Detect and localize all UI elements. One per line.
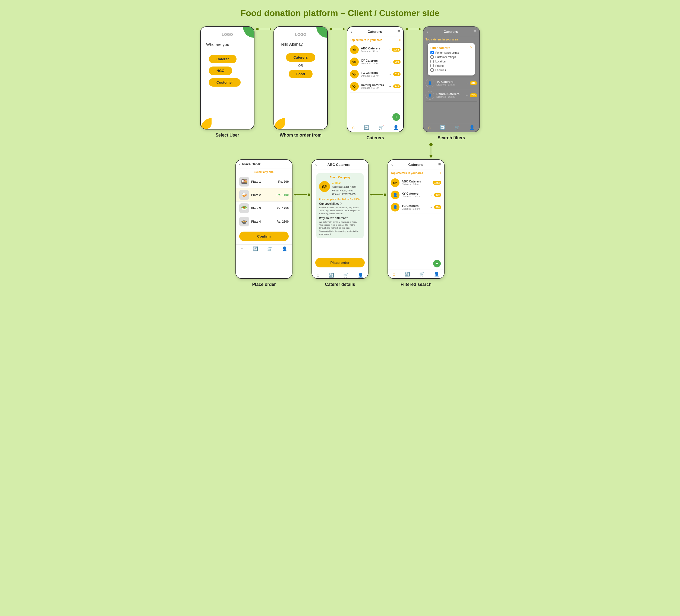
caterer-button[interactable]: Caterer <box>209 55 236 63</box>
plates-list: 🍱 Plate 1 Rs. 700 🍛 Plate 2 Rs. 1100 🥗 P… <box>236 175 292 228</box>
cart-nav-o[interactable]: 🛒 <box>267 246 273 252</box>
home-nav[interactable]: ⌂ <box>352 125 355 130</box>
caterer-item[interactable]: 🍽 TC Caterers Distance : 13 km → 810 <box>350 68 401 80</box>
orders-nav-f[interactable]: 🔄 <box>440 125 445 130</box>
caterer-item[interactable]: 🍽 ABC Caterers Distance : 5 km → 1052 <box>350 44 401 56</box>
caterer-info-f: Ramraj Caterers Distance : 16 km <box>436 92 459 98</box>
home-nav-fs[interactable]: ⌂ <box>393 272 395 276</box>
caterer-distance: Distance : 5 km <box>361 50 380 53</box>
caterers-list-filtered: 👤 TC Caterers Distance : 13 km → 810 👤 R… <box>426 77 477 101</box>
arrow-right-icon-5: → <box>429 193 432 197</box>
bottom-nav-filters: ⌂ 🔄 🛒 👤 <box>423 123 479 132</box>
back-icon-order[interactable]: ‹ <box>239 162 240 167</box>
bottom-nav-order: ⌂ 🔄 🛒 👤 <box>236 244 292 253</box>
home-nav-d[interactable]: ⌂ <box>317 273 319 278</box>
caterer-left: 🍽 ABC Caterers Distance : 5 km <box>350 45 380 54</box>
confirm-button[interactable]: Confirm <box>239 232 289 241</box>
home-nav-o[interactable]: ⌂ <box>240 246 243 252</box>
caterer-item-filtered[interactable]: 👤 Ramraj Caterers Distance : 16 km → 743 <box>426 89 477 101</box>
back-icon-filter[interactable]: ‹ <box>427 29 428 34</box>
caterer-item-5[interactable]: 🍽 ABC Caterers Distance : 5 km → 1052 <box>391 177 441 189</box>
profile-nav-d[interactable]: 👤 <box>358 272 363 278</box>
caterer-details-header: ‹ ABC Caterers <box>312 160 368 169</box>
caterer-left-f: 👤 Ramraj Caterers Distance : 16 km <box>426 91 459 100</box>
bottom-nav-details: ⌂ 🔄 🛒 👤 <box>312 271 368 279</box>
cart-nav-f[interactable]: 🛒 <box>455 125 460 130</box>
orders-nav-o[interactable]: 🔄 <box>253 246 258 252</box>
filter-checkbox[interactable] <box>430 51 434 54</box>
phone-whom-to-order: LOGO Hello Akshay, Caterers OR Food <box>274 26 328 129</box>
back-icon[interactable]: ‹ <box>350 29 352 34</box>
svg-marker-5 <box>343 28 345 30</box>
flow-search-filters: ‹ Caterers ≡ Top caterers in your area F… <box>423 26 480 140</box>
plate-item[interactable]: 🍲 Plate 4 Rs. 2500 <box>236 215 292 228</box>
profile-nav-fs[interactable]: 👤 <box>434 271 440 276</box>
select-any-label: Select any one <box>236 169 292 175</box>
filter-option: Performance points <box>430 51 472 54</box>
caterer-item-5[interactable]: 👤 TC Caterers Distance : 13 km → 810 <box>391 201 441 213</box>
svg-marker-8 <box>419 28 422 30</box>
filter-checkbox[interactable] <box>430 55 434 59</box>
filter-checkbox[interactable] <box>430 68 434 72</box>
profile-nav-f[interactable]: 👤 <box>469 125 475 130</box>
score-badge-5: 810 <box>434 205 441 209</box>
close-filter-icon[interactable]: ✕ <box>470 46 472 50</box>
place-order-button[interactable]: Place order <box>315 258 365 267</box>
filter-options: Performance pointsCustomer ratingsLocati… <box>430 51 472 72</box>
food-button[interactable]: Food <box>289 70 313 78</box>
plate-name: Plate 3 <box>251 207 261 210</box>
caterer-right-f: → 743 <box>465 93 477 97</box>
plate-left: 🍛 Plate 2 <box>239 190 261 200</box>
filter-icon-filtered[interactable]: ≡ <box>440 172 441 175</box>
plate-item[interactable]: 🍱 Plate 1 Rs. 700 <box>236 175 292 188</box>
fab-button-filtered[interactable]: + <box>433 260 441 267</box>
caterer-name-5: XY Caterers <box>402 192 420 195</box>
orders-nav[interactable]: 🔄 <box>364 125 369 130</box>
menu-icon-filtered[interactable]: ≡ <box>438 162 441 167</box>
menu-icon-filter[interactable]: ≡ <box>474 29 476 34</box>
caterer-icon: 🍽 <box>350 58 359 66</box>
filter-checkbox[interactable] <box>430 60 434 63</box>
arrow-right-icon-f: → <box>465 82 468 85</box>
profile-nav[interactable]: 👤 <box>393 125 399 130</box>
svg-point-6 <box>406 28 408 30</box>
back-icon-filtered[interactable]: ‹ <box>391 162 393 167</box>
ngo-button[interactable]: NGO <box>209 66 232 75</box>
caterer-right-5: → 810 <box>429 205 441 209</box>
profile-nav-o[interactable]: 👤 <box>282 246 287 252</box>
address-text: Address: Nagar Road, Viman Nagar, Pune <box>332 185 361 193</box>
svg-marker-2 <box>270 28 272 30</box>
caterer-item-filtered[interactable]: 👤 TC Caterers Distance : 13 km → 810 <box>426 77 477 89</box>
caterer-item[interactable]: 🍽 Ramraj Caterers Distance : 16 km → 743 <box>350 80 401 93</box>
home-nav-f[interactable]: ⌂ <box>428 125 431 130</box>
hello-text: Hello Akshay, <box>279 42 322 47</box>
orders-nav-fs[interactable]: 🔄 <box>405 271 410 276</box>
plate-image: 🥗 <box>239 203 249 213</box>
caterer-item-5[interactable]: 👤 XY Caterers Distance : 12 km → 990 <box>391 189 441 201</box>
menu-icon[interactable]: ≡ <box>398 29 400 34</box>
caterer-item[interactable]: 🍽 XY Caterers Distance : 12 km → 990 <box>350 56 401 68</box>
plate-name: Plate 2 <box>251 193 261 197</box>
cart-nav-d[interactable]: 🛒 <box>343 272 349 278</box>
caterer-distance: Distance : 13 km <box>361 75 379 77</box>
orders-nav-d[interactable]: 🔄 <box>329 272 334 278</box>
fab-button[interactable]: + <box>392 113 400 121</box>
score-badge-f: 810 <box>470 81 477 85</box>
customer-button[interactable]: Customer <box>209 78 240 87</box>
back-icon-details[interactable]: ‹ <box>315 162 317 167</box>
arrow-right-icon: → <box>389 60 392 63</box>
caterer-icon: 🍽 <box>350 45 359 54</box>
filter-checkbox[interactable] <box>430 64 434 67</box>
caterers-button[interactable]: Caterers <box>286 53 316 62</box>
filter-popup: Filter caterers ✕ Performance pointsCust… <box>428 43 475 76</box>
arrow-1-2 <box>256 26 272 32</box>
plate-item[interactable]: 🥗 Plate 3 Rs. 1750 <box>236 202 292 215</box>
filter-icon[interactable]: ≡ <box>399 38 401 41</box>
plate-item[interactable]: 🍛 Plate 2 Rs. 1100 <box>236 188 292 202</box>
filter-option: Location <box>430 60 472 63</box>
plate-image: 🍱 <box>239 177 249 186</box>
cart-nav-fs[interactable]: 🛒 <box>419 271 425 276</box>
caterer-distance: Distance : 12 km <box>361 62 379 65</box>
filter-label: Location <box>435 60 446 63</box>
cart-nav[interactable]: 🛒 <box>378 125 384 130</box>
